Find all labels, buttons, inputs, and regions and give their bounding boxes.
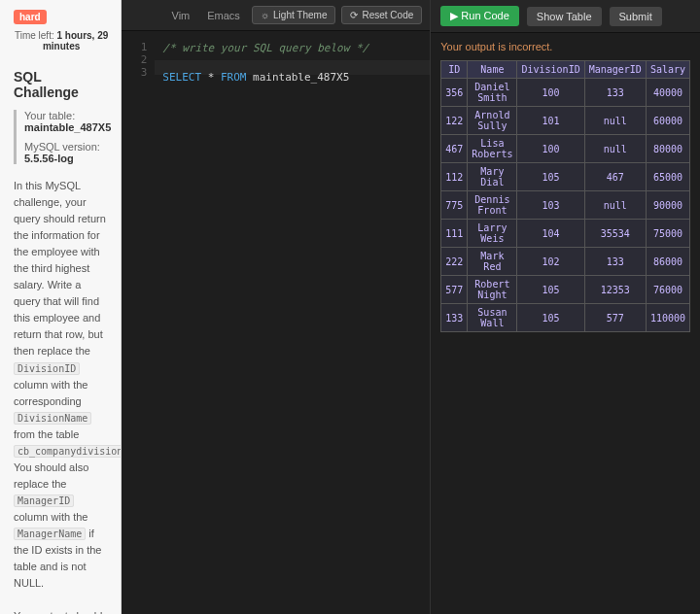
table-cell: 90000 (646, 191, 689, 220)
sidebar: hard Time left: 1 hours, 29 minutes SQL … (0, 0, 122, 614)
table-cell: 775 (441, 191, 468, 220)
table-cell: 111 (441, 220, 468, 248)
time-left: Time left: 1 hours, 29 minutes (14, 30, 109, 51)
table-cell: 35534 (584, 220, 646, 248)
table-row: 122Arnold Sully101null60000 (441, 107, 690, 135)
table-cell: 467 (441, 135, 468, 163)
table-header-cell: Salary (646, 61, 689, 79)
code-divisionname: DivisionName (14, 412, 91, 425)
line-number: 1 (122, 41, 147, 53)
table-cell: 133 (584, 79, 646, 107)
table-cell: 100 (517, 79, 584, 107)
table-cell: 100 (517, 135, 584, 163)
desc-text: from the table (14, 428, 79, 440)
page-title: SQL Challenge (14, 69, 109, 100)
app-root: hard Time left: 1 hours, 29 minutes SQL … (0, 0, 700, 614)
table-cell: 76000 (646, 276, 689, 304)
table-cell: Larry Weis (468, 220, 517, 248)
light-theme-label: Light Theme (273, 10, 327, 20)
table-cell: 105 (517, 276, 584, 304)
table-cell: 112 (441, 163, 468, 191)
table-cell: 75000 (646, 220, 689, 248)
output-toolbar: ▶ Run Code Show Table Submit (431, 0, 700, 33)
table-cell: 133 (584, 248, 646, 276)
table-header-cell: ManagerID (584, 61, 646, 79)
table-cell: null (584, 107, 646, 135)
line-number: 2 (122, 53, 147, 66)
tab-vim[interactable]: Vim (166, 7, 196, 24)
table-row: 111Larry Weis1043553475000 (441, 220, 690, 248)
tab-emacs[interactable]: Emacs (201, 7, 246, 24)
table-cell: 467 (584, 163, 646, 191)
submit-button[interactable]: Submit (610, 7, 662, 26)
code-managerid: ManagerID (14, 495, 74, 507)
editor-toolbar: Vim Emacs ☼ Light Theme ⟳ Reset Code (122, 0, 430, 31)
table-cell: 356 (441, 79, 468, 107)
table-cell: Mark Red (468, 248, 517, 276)
desc-text: Your output should look like the (14, 610, 102, 614)
mysql-version: 5.5.56-log (24, 153, 74, 164)
mysql-label: MySQL version: (24, 141, 100, 153)
challenge-description: In this MySQL challenge, your query shou… (14, 178, 109, 614)
table-row: 467Lisa Roberts100null80000 (441, 135, 690, 163)
desc-text: column with the (14, 511, 88, 523)
line-number: 3 (122, 66, 147, 79)
table-row: 112Mary Dial10546765000 (441, 163, 690, 191)
table-cell: 577 (584, 304, 646, 332)
table-row: 222Mark Red10213386000 (441, 248, 690, 276)
run-code-button[interactable]: ▶ Run Code (440, 6, 519, 26)
difficulty-badge: hard (14, 10, 47, 24)
table-cell: Robert Night (468, 276, 517, 304)
desc-text: column with the corresponding (14, 379, 88, 407)
table-cell: 60000 (646, 107, 689, 135)
table-cell: 12353 (584, 276, 646, 304)
table-cell: 65000 (646, 163, 689, 191)
line-gutter: 1 2 3 (122, 31, 155, 614)
result-table: IDNameDivisionIDManagerIDSalary 356Danie… (440, 60, 690, 332)
table-cell: Susan Wall (468, 304, 517, 332)
your-table-name: maintable_487X5 (24, 121, 111, 133)
table-cell: Daniel Smith (468, 79, 517, 107)
table-cell: Arnold Sully (468, 107, 517, 135)
table-header-cell: ID (441, 61, 468, 79)
show-table-button[interactable]: Show Table (527, 7, 602, 26)
table-cell: 102 (517, 248, 584, 276)
table-row: 577Robert Night1051235376000 (441, 276, 690, 304)
table-cell: null (584, 135, 646, 163)
table-cell: 222 (441, 248, 468, 276)
table-header-cell: DivisionID (517, 61, 584, 79)
table-cell: 104 (517, 220, 584, 248)
table-cell: 577 (441, 276, 468, 304)
time-label: Time left: (15, 30, 57, 41)
your-table-label: Your table: (24, 110, 75, 121)
reset-code-label: Reset Code (362, 10, 413, 20)
meta-block: Your table:maintable_487X5 MySQL version… (14, 110, 109, 164)
code-companydivisions: cb_companydivisions (14, 445, 122, 458)
table-cell: Dennis Front (468, 191, 517, 220)
table-cell: 103 (517, 191, 584, 220)
table-cell: 86000 (646, 248, 689, 276)
code-managername: ManagerName (14, 528, 86, 540)
table-cell: null (584, 191, 646, 220)
table-row: 356Daniel Smith10013340000 (441, 79, 690, 107)
output-column: ▶ Run Code Show Table Submit Your output… (431, 0, 700, 614)
table-cell: 40000 (646, 79, 689, 107)
table-header-cell: Name (468, 61, 517, 79)
desc-text: In this MySQL challenge, your query shou… (14, 180, 106, 357)
output-body: Your output is incorrect. IDNameDivision… (431, 33, 700, 614)
table-cell: 110000 (646, 304, 689, 332)
light-theme-button[interactable]: ☼ Light Theme (252, 6, 336, 24)
table-cell: Mary Dial (468, 163, 517, 191)
sun-icon: ☼ (261, 10, 269, 20)
table-cell: 122 (441, 107, 468, 135)
table-header-row: IDNameDivisionIDManagerIDSalary (441, 61, 690, 79)
output-warning: Your output is incorrect. (440, 41, 690, 52)
table-cell: 80000 (646, 135, 689, 163)
code-content[interactable]: /* write your SQL query below */ SELECT … (155, 31, 430, 614)
code-editor[interactable]: 1 2 3 /* write your SQL query below */ S… (122, 31, 430, 614)
refresh-icon: ⟳ (350, 10, 358, 20)
table-cell: Lisa Roberts (468, 135, 517, 163)
code-divisionid: DivisionID (14, 362, 80, 375)
table-cell: 105 (517, 304, 584, 332)
reset-code-button[interactable]: ⟳ Reset Code (341, 6, 422, 24)
